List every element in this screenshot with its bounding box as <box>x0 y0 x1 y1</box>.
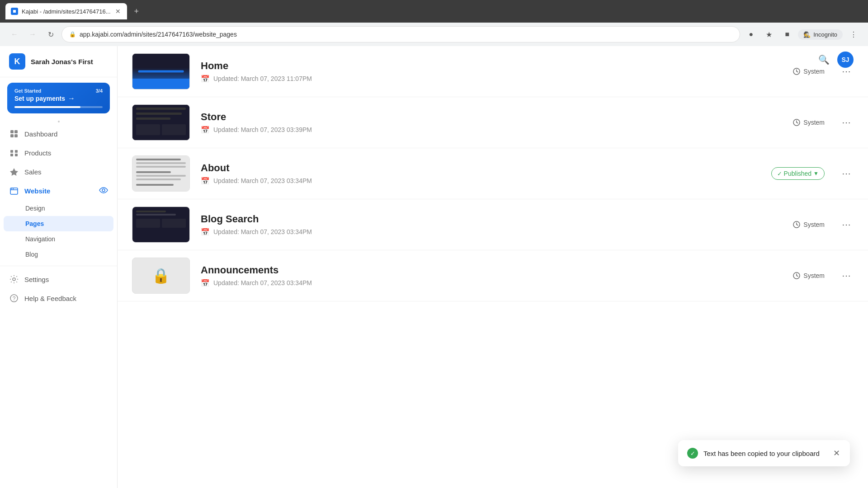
page-updated-text-home: Updated: March 07, 2023 11:07PM <box>213 75 312 82</box>
sidebar-item-sales[interactable]: Sales <box>0 162 117 181</box>
toast-message: Text has been copied to your clipboard <box>703 450 827 457</box>
submenu-item-design[interactable]: Design <box>0 201 117 216</box>
sidebar-item-help[interactable]: ? Help & Feedback <box>0 289 117 308</box>
thumb-about-line-2 <box>136 162 186 164</box>
svg-rect-1 <box>14 130 18 133</box>
thumb-blog-row <box>136 219 186 228</box>
svg-marker-8 <box>10 168 18 176</box>
toast-close-button[interactable]: ✕ <box>832 447 841 459</box>
system-label-blog: System <box>803 221 825 228</box>
more-button-announcements[interactable]: ⋯ <box>839 268 854 283</box>
page-item-home: Home 📅 Updated: March 07, 2023 11:07PM S… <box>118 46 868 97</box>
website-label: Website <box>24 187 94 195</box>
svg-rect-4 <box>10 150 13 153</box>
new-tab-button[interactable]: + <box>131 5 143 18</box>
page-thumbnail-blog <box>132 206 190 243</box>
sidebar-header: K Sarah Jonas's First <box>0 46 117 77</box>
thumb-home-visual <box>132 54 189 89</box>
svg-text:?: ? <box>13 296 16 302</box>
scroll-dot <box>58 121 60 122</box>
system-badge-announcements: System <box>793 272 825 280</box>
page-thumbnail-about <box>132 155 190 192</box>
thumb-store-line-3 <box>136 117 170 120</box>
page-info-store: Store 📅 Updated: March 07, 2023 03:39PM <box>201 111 782 134</box>
submenu-item-blog[interactable]: Blog <box>0 247 117 262</box>
page-thumbnail-home <box>132 53 190 89</box>
system-badge-blog: System <box>793 221 825 229</box>
published-check-icon: ✓ <box>777 170 782 177</box>
page-title-home: Home <box>201 60 782 72</box>
cast-button[interactable]: ● <box>744 27 758 42</box>
reload-button[interactable]: ↻ <box>43 27 58 42</box>
page-title-about: About <box>201 162 760 174</box>
page-info-announcements: Announcements 📅 Updated: March 07, 2023 … <box>201 264 782 287</box>
search-button[interactable]: 🔍 <box>816 52 832 68</box>
url-text: app.kajabi.com/admin/sites/2147647163/we… <box>80 31 237 38</box>
thumb-blog-cell-1 <box>136 219 160 228</box>
scroll-indicator <box>0 119 117 124</box>
page-title-store: Store <box>201 111 782 123</box>
page-updated-home: 📅 Updated: March 07, 2023 11:07PM <box>201 75 782 83</box>
page-info-home: Home 📅 Updated: March 07, 2023 11:07PM <box>201 60 782 83</box>
page-item-blog-search: Blog Search 📅 Updated: March 07, 2023 03… <box>118 199 868 250</box>
bookmark-button[interactable]: ★ <box>762 27 776 42</box>
more-button-blog-search[interactable]: ⋯ <box>839 217 854 232</box>
forward-button[interactable]: → <box>25 27 40 42</box>
sidebar-item-settings[interactable]: Settings <box>0 270 117 289</box>
system-badge-store: System <box>793 118 825 127</box>
thumb-blog-line-1 <box>136 211 166 212</box>
extensions-button[interactable]: ■ <box>780 27 794 42</box>
svg-point-13 <box>102 189 105 192</box>
submenu-item-navigation[interactable]: Navigation <box>0 231 117 247</box>
sidebar-item-products[interactable]: Products <box>0 143 117 162</box>
address-bar[interactable]: 🔒 app.kajabi.com/admin/sites/2147647163/… <box>61 26 740 42</box>
sales-icon <box>9 167 19 177</box>
tab-close-button[interactable]: ✕ <box>114 7 122 16</box>
svg-rect-6 <box>10 154 13 156</box>
incognito-icon: 🕵 <box>803 31 811 38</box>
system-label-store: System <box>803 119 825 126</box>
kajabi-favicon <box>11 8 18 15</box>
calendar-icon-announcements: 📅 <box>201 279 210 287</box>
get-started-arrow: → <box>68 94 75 103</box>
page-title-blog-search: Blog Search <box>201 213 782 225</box>
page-status-blog-search: System <box>793 221 825 229</box>
site-name: Sarah Jonas's First <box>31 58 93 66</box>
incognito-label: Incognito <box>813 31 837 38</box>
products-icon <box>9 148 19 158</box>
sidebar-item-website[interactable]: Website <box>0 181 117 201</box>
user-avatar[interactable]: SJ <box>837 52 854 68</box>
get-started-card[interactable]: Get Started 3/4 Set up payments → <box>7 83 110 113</box>
page-title-announcements: Announcements <box>201 264 782 276</box>
sidebar-item-dashboard[interactable]: Dashboard <box>0 124 117 143</box>
help-label: Help & Feedback <box>24 295 108 302</box>
page-updated-blog-search: 📅 Updated: March 07, 2023 03:34PM <box>201 228 782 236</box>
help-icon: ? <box>9 293 19 303</box>
thumb-blog-visual <box>132 207 189 242</box>
thumb-blog-cell-2 <box>162 219 186 228</box>
thumb-store-line-2 <box>136 113 182 115</box>
incognito-button[interactable]: 🕵 Incognito <box>798 29 843 40</box>
menu-button[interactable]: ⋮ <box>846 27 861 42</box>
browser-tab[interactable]: Kajabi - /admin/sites/214764716... ✕ <box>5 3 127 19</box>
submenu-item-pages[interactable]: Pages <box>4 216 113 231</box>
thumb-about-line-6 <box>136 178 181 180</box>
header-actions: 🔍 SJ <box>801 46 868 73</box>
calendar-icon: 📅 <box>201 75 210 83</box>
page-status-store: System <box>793 118 825 127</box>
more-button-about[interactable]: ⋯ <box>839 166 854 181</box>
dashboard-icon <box>9 129 19 139</box>
website-icon <box>9 186 19 196</box>
svg-rect-3 <box>14 134 18 137</box>
svg-rect-5 <box>15 150 18 153</box>
thumb-about-line-3 <box>136 166 186 168</box>
thumb-store-card-2 <box>162 124 186 135</box>
thumb-about-line-5 <box>136 175 186 177</box>
page-updated-text-about: Updated: March 07, 2023 03:34PM <box>213 177 312 184</box>
back-button[interactable]: ← <box>7 27 22 42</box>
website-visibility-icon[interactable] <box>99 186 108 196</box>
svg-rect-2 <box>10 134 14 137</box>
more-button-store[interactable]: ⋯ <box>839 115 854 130</box>
page-updated-text-blog: Updated: March 07, 2023 03:34PM <box>213 228 312 235</box>
published-badge-about[interactable]: ✓ Published ▼ <box>771 167 825 180</box>
